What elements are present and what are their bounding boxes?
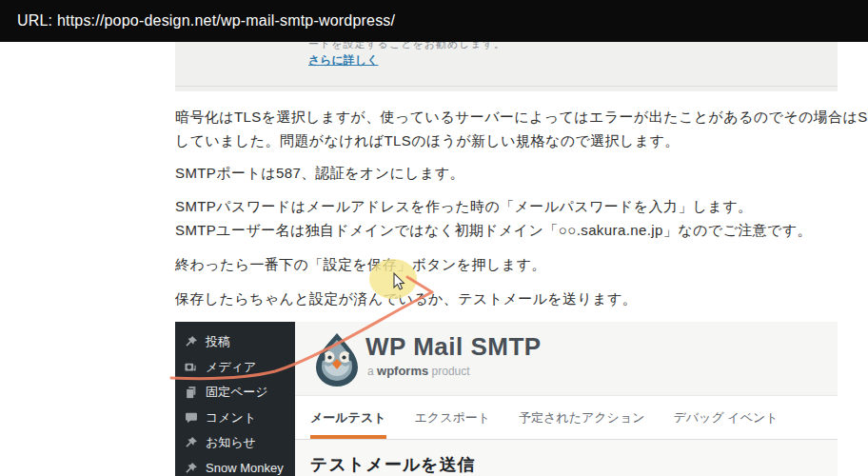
wp-mail-smtp-tabbar: メールテスト エクスポート 予定されたアクション デバッグ イベント	[295, 396, 838, 440]
sidebar-item-pages[interactable]: 固定ページ	[175, 380, 295, 406]
wp-mail-smtp-mascot-icon	[313, 332, 361, 387]
wp-mail-smtp-content: テストメールを送信	[295, 440, 838, 476]
wp-admin-main: WP Mail SMTP a wpforms product メールテスト エク…	[295, 322, 838, 476]
sidebar-item-label: メディア	[206, 359, 256, 376]
tab-scheduled-actions[interactable]: 予定されたアクション	[519, 396, 644, 439]
sidebar-item-label: 投稿	[206, 333, 230, 350]
pushpin-icon	[184, 436, 198, 450]
paragraph: 終わったら一番下の「設定を保存」ボタンを押します。	[175, 252, 841, 276]
pages-icon	[184, 386, 198, 400]
url-bar: URL: https://popo-design.net/wp-mail-smt…	[0, 0, 868, 42]
wp-admin-sidebar: 投稿 メディア 固定ページ	[175, 322, 295, 476]
paragraph-line: していました。問題がなければTLSのほうが新しい規格なので選択します。	[175, 132, 680, 149]
tab-debug-events[interactable]: デバッグ イベント	[674, 396, 779, 439]
wp-admin-screenshot: 投稿 メディア 固定ページ	[175, 322, 838, 476]
article-column: ードを設定することをお勧めします。 さらに詳しく 暗号化はTLSを選択しますが、…	[175, 42, 838, 476]
comment-icon	[184, 410, 198, 425]
paragraph-line: 暗号化はTLSを選択しますが、使っているサーバーによってはエラーが出たことがある…	[175, 109, 868, 125]
wp-mail-smtp-title: WP Mail SMTP	[365, 332, 542, 362]
byline-suffix: product	[432, 365, 470, 378]
pushpin-icon	[184, 335, 198, 349]
sidebar-item-label: Snow Monkey	[206, 461, 284, 475]
paragraph: SMTPパスワードはメールアドレスを作った時の「メールパスワードを入力」します。…	[175, 194, 841, 242]
paragraph-line: 終わったら一番下の「設定を保存」ボタンを押します。	[175, 256, 546, 272]
tab-export[interactable]: エクスポート	[415, 396, 491, 439]
sidebar-item-label: お知らせ	[206, 434, 256, 451]
send-test-email-heading: テストメールを送信	[310, 453, 838, 476]
url-text: URL: https://popo-design.net/wp-mail-smt…	[0, 12, 395, 30]
previous-screenshot-fragment: ードを設定することをお勧めします。 さらに詳しく	[175, 42, 838, 91]
paragraph-line: SMTPユーザー名は独自ドメインではなく初期ドメイン「○○.sakura.ne.…	[175, 222, 812, 238]
sidebar-item-posts[interactable]: 投稿	[175, 329, 295, 355]
paragraph: 暗号化はTLSを選択しますが、使っているサーバーによってはエラーが出たことがある…	[175, 105, 841, 152]
paragraph-line: SMTPポートは587、認証をオンにします。	[175, 165, 464, 181]
wp-mail-smtp-header: WP Mail SMTP a wpforms product	[295, 322, 838, 396]
fragment-text: ードを設定することをお勧めします。	[308, 42, 505, 51]
paragraph-line: 保存したらちゃんと設定が済んでいるか、テストメールを送ります。	[175, 290, 637, 307]
wpforms-byline: a wpforms product	[367, 364, 470, 378]
pushpin-icon	[184, 461, 198, 475]
learn-more-link[interactable]: さらに詳しく	[308, 52, 378, 69]
page: URL: https://popo-design.net/wp-mail-smt…	[0, 0, 868, 476]
fragment-divider	[175, 86, 838, 87]
sidebar-item-snow-monkey[interactable]: Snow Monkey	[175, 456, 295, 476]
byline-prefix: a	[367, 365, 374, 378]
media-icon	[184, 360, 198, 374]
paragraph-line: SMTPパスワードはメールアドレスを作った時の「メールパスワードを入力」します。	[175, 198, 752, 214]
paragraph: SMTPポートは587、認証をオンにします。	[175, 161, 841, 185]
paragraph: 保存したらちゃんと設定が済んでいるか、テストメールを送ります。	[175, 287, 841, 310]
sidebar-item-news[interactable]: お知らせ	[175, 430, 295, 456]
sidebar-item-label: コメント	[206, 409, 256, 426]
sidebar-item-media[interactable]: メディア	[175, 355, 295, 381]
tab-email-test[interactable]: メールテスト	[310, 396, 386, 439]
sidebar-item-label: 固定ページ	[206, 384, 268, 401]
article-body: 暗号化はTLSを選択しますが、使っているサーバーによってはエラーが出たことがある…	[175, 99, 841, 310]
wpforms-logo-text: wpforms	[377, 364, 428, 378]
sidebar-item-comments[interactable]: コメント	[175, 406, 295, 431]
